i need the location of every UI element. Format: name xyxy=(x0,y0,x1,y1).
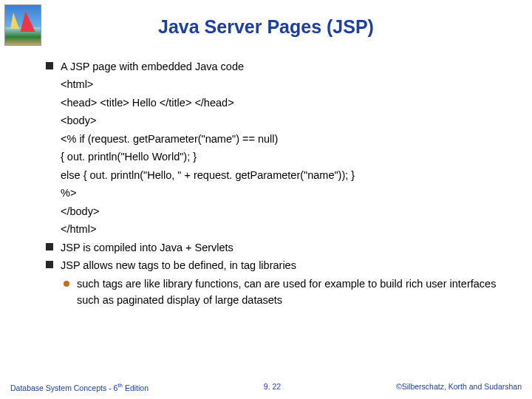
sailboat-logo xyxy=(4,4,41,46)
bullet-item: A JSP page with embedded Java code xyxy=(44,58,502,75)
bullet-text: JSP allows new tags to be defined, in ta… xyxy=(61,259,296,271)
sub-bullet-text: such tags are like library functions, ca… xyxy=(77,278,496,306)
footer-center: 9. 22 xyxy=(264,382,281,392)
slide-body: A JSP page with embedded Java code <html… xyxy=(0,58,532,309)
sub-bullet-item: such tags are like library functions, ca… xyxy=(44,276,502,309)
code-block: <html> <head> <title> Hello </title> </h… xyxy=(44,76,502,237)
footer-left-a: Database System Concepts - 6 xyxy=(10,383,117,392)
slide-title: Java Server Pages (JSP) xyxy=(0,0,532,58)
footer-left-b: Edition xyxy=(123,383,149,392)
bullet-text: A JSP page with embedded Java code xyxy=(61,61,244,72)
code-line: %> xyxy=(61,185,502,201)
code-line: <body> xyxy=(61,112,502,129)
footer-left: Database System Concepts - 6th Edition xyxy=(10,382,149,392)
code-line: <% if (request. getParameter("name") == … xyxy=(61,131,502,147)
code-line: </body> xyxy=(61,203,502,219)
code-line: <html> xyxy=(61,76,502,92)
bullet-text: JSP is compiled into Java + Servlets xyxy=(61,242,233,253)
code-line: </html> xyxy=(61,221,502,237)
footer-right: ©Silberschatz, Korth and Sudarshan xyxy=(396,382,522,392)
code-line: <head> <title> Hello </title> </head> xyxy=(61,95,502,111)
bullet-item: JSP is compiled into Java + Servlets xyxy=(44,239,502,256)
code-line: { out. println("Hello World"); } xyxy=(61,149,502,165)
footer-left-sup: th xyxy=(117,382,123,389)
code-line: else { out. println("Hello, " + request.… xyxy=(61,167,502,183)
bullet-item: JSP allows new tags to be defined, in ta… xyxy=(44,257,502,273)
slide-footer: Database System Concepts - 6th Edition 9… xyxy=(0,382,532,392)
